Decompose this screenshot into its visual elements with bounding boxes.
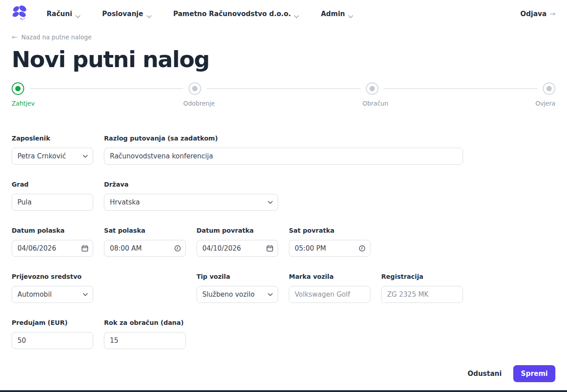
datum-povratka-input[interactable] [197, 240, 278, 257]
rok-label: Rok za obračun (dana) [104, 319, 185, 326]
cancel-button[interactable]: Odustani [468, 370, 502, 378]
step-dot [369, 86, 375, 91]
nav-item-company[interactable]: Pametno Računovodstvo d.o.o. [173, 10, 300, 18]
prijevozno-label: Prijevozno sredstvo [12, 273, 93, 280]
sat-polaska-input[interactable] [104, 240, 185, 257]
nav-item-poslovanje[interactable]: Poslovanje [102, 10, 152, 18]
step-connector [206, 88, 360, 89]
clock-icon[interactable] [174, 245, 181, 252]
chevron-down-icon [146, 12, 152, 16]
step-connector [384, 88, 537, 89]
step-dot [546, 86, 552, 91]
predujam-label: Predujam (EUR) [12, 319, 93, 326]
datum-povratka-label: Datum povratka [197, 227, 278, 234]
travel-order-form: Zaposlenik Razlog putovanja (sa zadatkom… [12, 135, 555, 349]
page-title: Novi putni nalog [12, 47, 555, 72]
calendar-icon[interactable] [82, 245, 88, 252]
field-rok-za-obracun: Rok za obračun (dana) [104, 319, 185, 349]
nav-menu: Računi Poslovanje Pametno Računovodstvo … [47, 10, 353, 18]
marka-vozila-input[interactable] [289, 286, 370, 303]
logout-link[interactable]: Odjava → [520, 10, 555, 18]
sprout-logo-icon[interactable] [12, 5, 29, 23]
field-drzava: Država [104, 181, 278, 211]
step-circle-zahtjev[interactable] [12, 82, 24, 95]
field-grad: Grad [12, 181, 93, 211]
step-connector [30, 88, 183, 89]
arrow-left-icon: ← [12, 33, 17, 41]
zaposlenik-label: Zaposlenik [12, 135, 93, 142]
calendar-icon[interactable] [266, 245, 273, 252]
step-label-zahtjev: Zahtjev [12, 100, 34, 107]
nav-item-label: Poslovanje [102, 10, 143, 18]
nav-item-label: Admin [321, 10, 345, 18]
nav-item-racuni[interactable]: Računi [47, 10, 81, 18]
tip-vozila-select[interactable] [197, 286, 278, 303]
chevron-down-icon [82, 293, 88, 297]
step-label-obracun: Obračun [362, 100, 388, 107]
field-zaposlenik: Zaposlenik [12, 135, 93, 165]
field-sat-povratka: Sat povratka [289, 227, 370, 257]
top-navigation: Računi Poslovanje Pametno Računovodstvo … [0, 0, 567, 28]
field-predujam: Predujam (EUR) [12, 319, 93, 349]
drzava-label: Država [104, 181, 278, 188]
field-sat-polaska: Sat polaska [104, 227, 185, 257]
rok-input[interactable] [104, 332, 185, 349]
step-dot [192, 86, 198, 91]
field-datum-povratka: Datum povratka [197, 227, 278, 257]
field-marka-vozila: Marka vozila [289, 273, 370, 303]
predujam-input[interactable] [12, 332, 93, 349]
chevron-down-icon [267, 293, 273, 297]
tip-vozila-label: Tip vozila [197, 273, 278, 280]
zaposlenik-select[interactable] [12, 148, 93, 165]
step-circle-ovjera[interactable] [543, 82, 555, 95]
step-dot [15, 86, 21, 91]
nav-item-label: Pametno Računovodstvo d.o.o. [173, 10, 291, 18]
grad-label: Grad [12, 181, 93, 188]
step-label-ovjera: Ovjera [536, 100, 556, 107]
marka-vozila-label: Marka vozila [289, 273, 370, 280]
step-circle-odobrenje[interactable] [189, 82, 201, 95]
sat-povratka-label: Sat povratka [289, 227, 370, 234]
form-actions: Odustani Spremi [12, 365, 555, 382]
grad-input[interactable] [12, 194, 93, 211]
sat-povratka-input[interactable] [289, 240, 370, 257]
chevron-down-icon [75, 12, 81, 16]
razlog-label: Razlog putovanja (sa zadatkom) [104, 135, 463, 142]
progress-stepper: Zahtjev Odobrenje Obračun Ovjera [12, 82, 555, 109]
bottom-edge-bar [0, 390, 567, 392]
registracija-label: Registracija [381, 273, 463, 280]
chevron-down-icon [82, 154, 88, 158]
field-registracija: Registracija [381, 273, 463, 303]
nav-item-label: Računi [47, 10, 72, 18]
registracija-input[interactable] [381, 286, 463, 303]
chevron-down-icon [294, 12, 299, 16]
nav-item-admin[interactable]: Admin [321, 10, 353, 18]
field-razlog: Razlog putovanja (sa zadatkom) [104, 135, 463, 165]
step-circle-obracun[interactable] [366, 82, 378, 95]
back-link[interactable]: ← Nazad na putne naloge [12, 33, 555, 41]
sat-polaska-label: Sat polaska [104, 227, 185, 234]
arrow-right-icon: → [550, 10, 555, 18]
chevron-down-icon [267, 200, 273, 205]
prijevozno-select[interactable] [12, 286, 93, 303]
back-link-label: Nazad na putne naloge [21, 34, 92, 41]
clock-icon[interactable] [359, 245, 365, 252]
field-datum-polaska: Datum polaska [12, 227, 93, 257]
datum-polaska-input[interactable] [12, 240, 93, 257]
razlog-input[interactable] [104, 148, 463, 165]
drzava-select[interactable] [104, 194, 278, 211]
logout-label: Odjava [520, 10, 547, 18]
step-label-odobrenje: Odobrenje [183, 100, 215, 107]
field-prijevozno-sredstvo: Prijevozno sredstvo [12, 273, 93, 303]
field-tip-vozila: Tip vozila [197, 273, 278, 303]
save-button[interactable]: Spremi [513, 365, 555, 382]
datum-polaska-label: Datum polaska [12, 227, 93, 234]
chevron-down-icon [348, 12, 353, 16]
